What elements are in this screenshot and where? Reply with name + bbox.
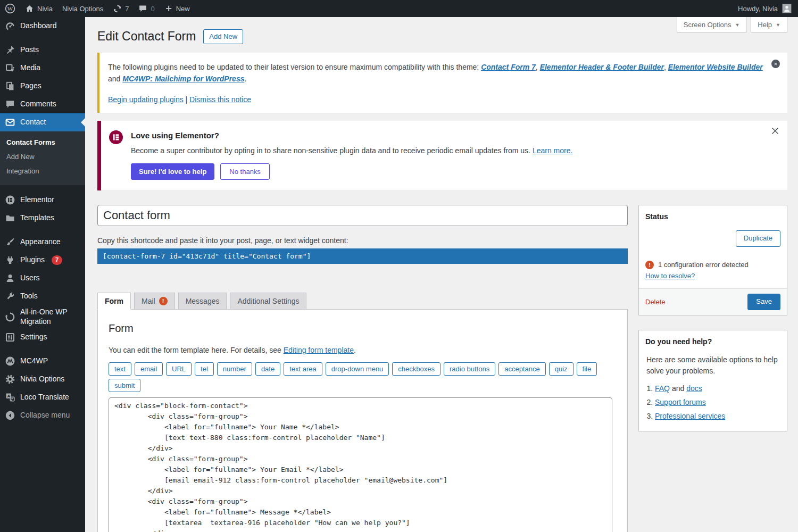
elementor-decline-button[interactable]: No thanks xyxy=(220,163,270,180)
side-column: Status Duplicate 1 configuration error d… xyxy=(638,205,787,431)
submenu-item-add-new[interactable]: Add New xyxy=(0,149,85,164)
separator: , xyxy=(536,63,540,71)
delete-link[interactable]: Delete xyxy=(645,298,666,306)
sidebar-item-label: Users xyxy=(20,273,40,283)
sidebar-item-collapse-menu[interactable]: Collapse menu xyxy=(0,406,85,425)
comment-bubble-icon xyxy=(138,4,147,13)
sidebar-item-label: Media xyxy=(20,63,40,73)
professional-services-link[interactable]: Professional services xyxy=(655,412,725,420)
tag-button-radio[interactable]: radio buttons xyxy=(444,362,495,376)
nivia-options-menu[interactable]: Nivia Options xyxy=(57,0,108,17)
screen-meta-links: Screen Options ▼ Help ▼ xyxy=(677,17,787,33)
close-icon[interactable] xyxy=(771,127,779,135)
tag-button-url[interactable]: URL xyxy=(166,362,192,376)
plugin-link-cf7[interactable]: Contact Form 7 xyxy=(481,63,536,71)
tag-button-dropdown[interactable]: drop-down menu xyxy=(326,362,389,376)
sidebar-item-ai1wm[interactable]: All-in-One WP Migration xyxy=(0,305,85,328)
admin-bar: W Nivia Nivia Options 7 0 New Howdy, Niv… xyxy=(0,0,798,17)
add-new-button[interactable]: Add New xyxy=(203,29,243,45)
sidebar-item-media[interactable]: Media xyxy=(0,59,85,77)
sidebar-item-nivia-options[interactable]: Nivia Options xyxy=(0,370,85,388)
docs-link[interactable]: docs xyxy=(686,384,702,393)
form-panel-heading: Form xyxy=(109,322,617,335)
begin-updating-link[interactable]: Begin updating plugins xyxy=(108,95,184,104)
elementor-accept-button[interactable]: Sure! I'd love to help xyxy=(131,163,214,180)
help-toggle[interactable]: Help ▼ xyxy=(751,17,787,33)
sidebar-item-loco-translate[interactable]: A Loco Translate xyxy=(0,388,85,406)
plugin-link-elementor[interactable]: Elementor Website Builder xyxy=(668,63,763,71)
duplicate-button[interactable]: Duplicate xyxy=(736,230,780,247)
support-forums-link[interactable]: Support forums xyxy=(655,398,706,406)
submenu-item-contact-forms[interactable]: Contact Forms xyxy=(0,135,85,149)
sidebar-item-users[interactable]: Users xyxy=(0,269,85,287)
tag-button-text[interactable]: text xyxy=(109,362,131,376)
how-to-resolve-link[interactable]: How to resolve? xyxy=(645,272,695,280)
shortcode-input[interactable] xyxy=(97,248,628,264)
dismiss-notice-link[interactable]: Dismiss this notice xyxy=(189,95,251,104)
plugin-link-mc4wp[interactable]: MC4WP: Mailchimp for WordPress xyxy=(122,74,244,83)
new-content-menu[interactable]: New xyxy=(160,0,195,17)
sidebar-item-label: Templates xyxy=(20,213,54,223)
sidebar-item-appearance[interactable]: Appearance xyxy=(0,233,85,251)
submenu-item-integration[interactable]: Integration xyxy=(0,164,85,178)
sidebar-item-label: Settings xyxy=(20,332,47,342)
sidebar-item-posts[interactable]: Posts xyxy=(0,41,85,59)
tag-button-date[interactable]: date xyxy=(255,362,280,376)
mc4wp-icon xyxy=(5,356,15,367)
plugin-update-notice: The following plugins need to be updated… xyxy=(97,53,787,113)
tab-form[interactable]: Form xyxy=(97,293,131,310)
help-box-title: Do you need help? xyxy=(639,330,787,346)
list-item: Support forums xyxy=(655,398,779,406)
tag-button-tel[interactable]: tel xyxy=(195,362,214,376)
tab-mail[interactable]: Mail xyxy=(134,293,175,310)
tag-button-file[interactable]: file xyxy=(577,362,597,376)
sidebar-item-elementor[interactable]: Elementor xyxy=(0,191,85,209)
tag-button-quiz[interactable]: quiz xyxy=(549,362,573,376)
updates-menu[interactable]: 7 xyxy=(108,0,134,17)
tag-button-email[interactable]: email xyxy=(135,362,163,376)
screen-options-label: Screen Options xyxy=(684,21,732,29)
plugins-update-badge: 7 xyxy=(52,255,62,265)
help-options-list: FAQ and docs Support forums Professional… xyxy=(639,384,787,431)
faq-link[interactable]: FAQ xyxy=(655,384,670,393)
svg-text:W: W xyxy=(7,5,13,12)
status-box-footer: Delete Save xyxy=(639,288,787,315)
tab-messages[interactable]: Messages xyxy=(178,293,227,310)
sidebar-item-contact[interactable]: Contact xyxy=(0,113,85,131)
sidebar-item-plugins[interactable]: Plugins 7 xyxy=(0,251,85,269)
dismiss-icon[interactable] xyxy=(771,60,780,68)
separator: , xyxy=(664,63,668,71)
sidebar-item-pages[interactable]: Pages xyxy=(0,77,85,95)
contact-submenu: Contact Forms Add New Integration xyxy=(0,131,85,185)
sidebar-item-templates[interactable]: Templates xyxy=(0,209,85,227)
notice-text: The following plugins need to be updated… xyxy=(108,61,764,85)
learn-more-link[interactable]: Learn more. xyxy=(533,146,572,155)
tag-button-submit[interactable]: submit xyxy=(109,379,140,392)
tag-button-textarea[interactable]: text area xyxy=(284,362,322,376)
period: . xyxy=(354,346,356,354)
sidebar-item-mc4wp[interactable]: MC4WP xyxy=(0,352,85,370)
form-template-textarea[interactable]: <div class="block-form-contact"> <div cl… xyxy=(109,397,612,532)
plugin-icon xyxy=(5,255,15,265)
sidebar-item-settings[interactable]: Settings xyxy=(0,328,85,346)
tab-label: Additional Settings xyxy=(237,297,299,305)
editing-form-template-link[interactable]: Editing form template xyxy=(284,346,354,354)
form-title-input[interactable] xyxy=(97,205,628,226)
screen-options-toggle[interactable]: Screen Options ▼ xyxy=(677,17,747,33)
save-button[interactable]: Save xyxy=(747,294,780,310)
howdy-label: Howdy, Nivia xyxy=(738,5,778,13)
my-account-menu[interactable]: Howdy, Nivia xyxy=(732,0,798,17)
sidebar-item-comments[interactable]: Comments xyxy=(0,95,85,113)
tag-button-acceptance[interactable]: acceptance xyxy=(498,362,546,376)
tab-additional-settings[interactable]: Additional Settings xyxy=(230,293,306,310)
tag-button-number[interactable]: number xyxy=(217,362,252,376)
notice-actions: Begin updating plugins | Dismiss this no… xyxy=(108,94,764,105)
sidebar-item-dashboard[interactable]: Dashboard xyxy=(0,17,85,35)
wp-logo-menu[interactable]: W xyxy=(0,0,20,17)
sidebar-item-tools[interactable]: Tools xyxy=(0,287,85,305)
tag-button-checkboxes[interactable]: checkboxes xyxy=(392,362,440,376)
comments-menu[interactable]: 0 xyxy=(134,0,159,17)
chevron-down-icon: ▼ xyxy=(776,22,780,28)
site-name-menu[interactable]: Nivia xyxy=(20,0,57,17)
plugin-link-ehf[interactable]: Elementor Header & Footer Builder xyxy=(540,63,664,71)
